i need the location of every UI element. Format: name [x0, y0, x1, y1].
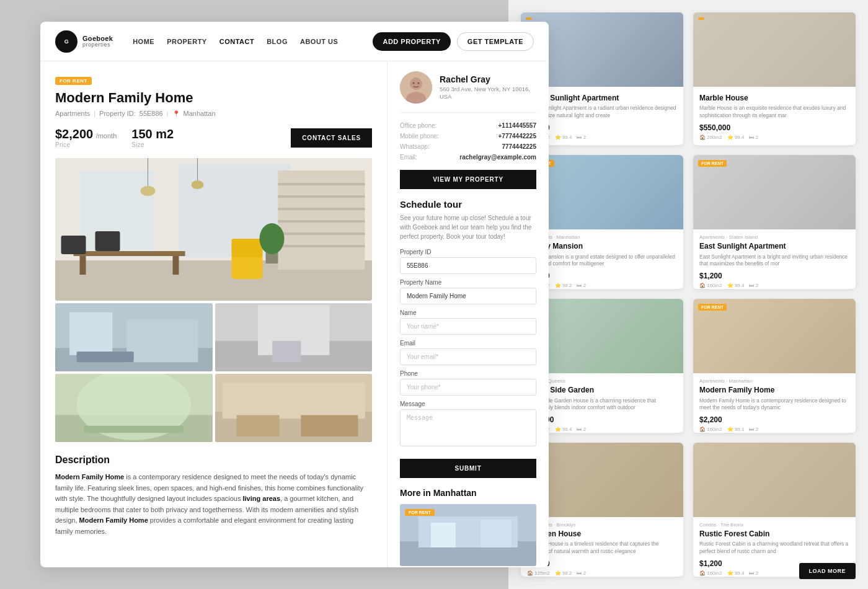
office-phone-value: +1114445557 — [498, 122, 536, 129]
form-group-property-id: Property ID — [400, 249, 536, 274]
listing-name: Modern Family Home — [699, 386, 849, 394]
svg-point-20 — [141, 186, 156, 196]
logo-area: G Goeboek properties — [55, 30, 113, 53]
listing-category: Apartments · Manhattan — [527, 234, 677, 240]
nav-links: HOME PROPERTY CONTACT BLOG ABOUT US — [133, 38, 373, 45]
svg-point-22 — [192, 180, 204, 189]
form-group-property-name: Property Name — [400, 279, 536, 304]
gallery-thumbs — [55, 303, 372, 442]
navbar: G Goeboek properties HOME PROPERTY CONTA… — [40, 22, 549, 61]
property-title: Modern Family Home — [55, 90, 372, 106]
name-input[interactable] — [400, 318, 536, 335]
mobile-phone-label: Mobile phone: — [400, 133, 439, 140]
listing-price: $9,000 — [527, 559, 677, 568]
listing-name: South Side Garden — [527, 386, 677, 394]
submit-button[interactable]: SUBMIT — [400, 459, 536, 478]
for-rent-badge: FOR RENT — [55, 77, 92, 85]
listing-desc: Family Mansion is a grand estate designe… — [527, 254, 677, 268]
nav-about[interactable]: ABOUT US — [300, 38, 338, 45]
property-id-input[interactable] — [400, 257, 536, 274]
view-property-button[interactable]: VIEW MY PROPERTY — [400, 170, 536, 189]
listing-desc: East Sunlight Apartment is a bright and … — [699, 254, 849, 268]
agent-avatar — [400, 71, 432, 104]
listing-name: Rustic Forest Cabin — [699, 529, 849, 538]
email-input[interactable] — [400, 348, 536, 365]
svg-rect-33 — [272, 341, 301, 363]
gallery-thumb-4[interactable] — [215, 374, 373, 442]
property-category: Apartments — [55, 110, 90, 117]
nav-home[interactable]: HOME — [133, 38, 154, 45]
contact-sales-button[interactable]: CONTACT SALES — [291, 128, 372, 148]
listing-stats: 🏠 160m2 ⭐ 99.1 🛏 2 — [699, 427, 849, 432]
nav-contact[interactable]: CONTACT — [219, 38, 254, 45]
more-card[interactable]: FOR RENT — [400, 504, 536, 566]
agent-info: Rachel Gray 560 3rd Ave, New York, NY 10… — [440, 74, 536, 101]
listing-badge — [526, 17, 532, 20]
content-area: FOR RENT Modern Family Home Apartments |… — [40, 61, 549, 567]
property-name-input[interactable] — [400, 288, 536, 304]
contact-details: Office phone: +1114445557 Mobile phone: … — [400, 120, 536, 162]
listing-desc: South Side Garden House is a charming re… — [527, 397, 677, 412]
list-item[interactable]: FOR RENT Apartments · Staten Island East… — [693, 155, 856, 289]
price-value: $2,200 /month — [55, 127, 117, 141]
gallery-thumb-1[interactable] — [55, 303, 213, 371]
message-textarea[interactable] — [400, 409, 536, 446]
email-label: Email: — [400, 154, 417, 161]
listing-name: Wooden House — [527, 529, 677, 538]
phone-input[interactable] — [400, 379, 536, 396]
list-item[interactable]: Marble House Marble House is an exquisit… — [693, 12, 856, 145]
listings-panel: South Sunlight Apartment South Sunlight … — [508, 0, 868, 589]
svg-rect-15 — [61, 236, 86, 254]
listing-stats: 🏠 160m2 ⭐ 99.2 🛏 2 — [527, 283, 677, 288]
whatsapp-value: 7774442225 — [502, 143, 536, 150]
listing-price: $2,200 — [699, 415, 849, 424]
svg-rect-52 — [480, 520, 512, 547]
phone-label: Phone — [400, 370, 536, 377]
svg-point-47 — [418, 82, 420, 84]
agent-card: Rachel Gray 560 3rd Ave, New York, NY 10… — [400, 71, 536, 113]
listing-stats: 🏠 160m2 ⭐ 99.4 🛏 2 — [699, 283, 849, 288]
property-meta: Apartments | Property ID: 55E886 | 📍 Man… — [55, 110, 372, 117]
svg-rect-41 — [236, 415, 279, 437]
description-section: Description Modern Family Home is a cont… — [55, 454, 372, 538]
listing-price: $550,000 — [699, 123, 849, 132]
logo-text: Goeboek properties — [82, 35, 113, 48]
listing-desc: Marble House is an exquisite residence t… — [699, 105, 849, 120]
svg-rect-40 — [222, 383, 365, 419]
email-form-label: Email — [400, 340, 536, 347]
gallery-thumb-2[interactable] — [215, 303, 373, 371]
listing-badge: FOR RENT — [698, 160, 727, 167]
svg-rect-14 — [173, 256, 179, 275]
listing-price: $1,200 — [527, 123, 677, 132]
svg-rect-10 — [278, 232, 365, 235]
price-label: Price — [55, 141, 117, 148]
svg-rect-18 — [232, 239, 263, 257]
add-property-button[interactable]: ADD PROPERTY — [373, 32, 450, 51]
price-row: $2,200 /month Price 150 m2 Size CONTACT … — [55, 127, 372, 148]
svg-point-46 — [413, 82, 415, 84]
contact-row-whatsapp: Whatsapp: 7774442225 — [400, 141, 536, 152]
listing-category: Apartments · Brooklyn — [527, 522, 677, 528]
left-panel: FOR RENT Modern Family Home Apartments |… — [40, 61, 388, 567]
svg-rect-8 — [278, 208, 365, 210]
svg-rect-13 — [80, 256, 86, 275]
gallery-thumb-3[interactable] — [55, 374, 213, 442]
listing-badge — [698, 17, 704, 20]
agent-address: 560 3rd Ave, New York, NY 10016, USA — [440, 86, 536, 101]
listing-category: Condos · The Bronx — [699, 522, 849, 528]
listing-desc: Wooden House is a timeless residence tha… — [527, 541, 677, 556]
listing-category: Houses · Queens — [527, 378, 677, 384]
contact-row-email: Email: rachelgray@example.com — [400, 152, 536, 162]
get-template-button[interactable]: GET TEMPLATE — [457, 32, 534, 51]
list-item[interactable]: Condos · The Bronx Rustic Forest Cabin R… — [693, 443, 856, 577]
nav-property[interactable]: PROPERTY — [167, 38, 207, 45]
whatsapp-label: Whatsapp: — [400, 143, 430, 150]
nav-blog[interactable]: BLOG — [267, 38, 288, 45]
schedule-description: See your future home up close! Schedule … — [400, 213, 536, 241]
list-item[interactable]: FOR RENT Apartments · Manhattan Modern F… — [693, 299, 856, 433]
listing-category: Apartments · Manhattan — [699, 378, 849, 384]
svg-rect-6 — [278, 183, 365, 185]
load-more-button[interactable]: LOAD MORE — [799, 563, 856, 579]
listing-price: $60,000 — [527, 415, 677, 424]
contact-row-office: Office phone: +1114445557 — [400, 120, 536, 131]
